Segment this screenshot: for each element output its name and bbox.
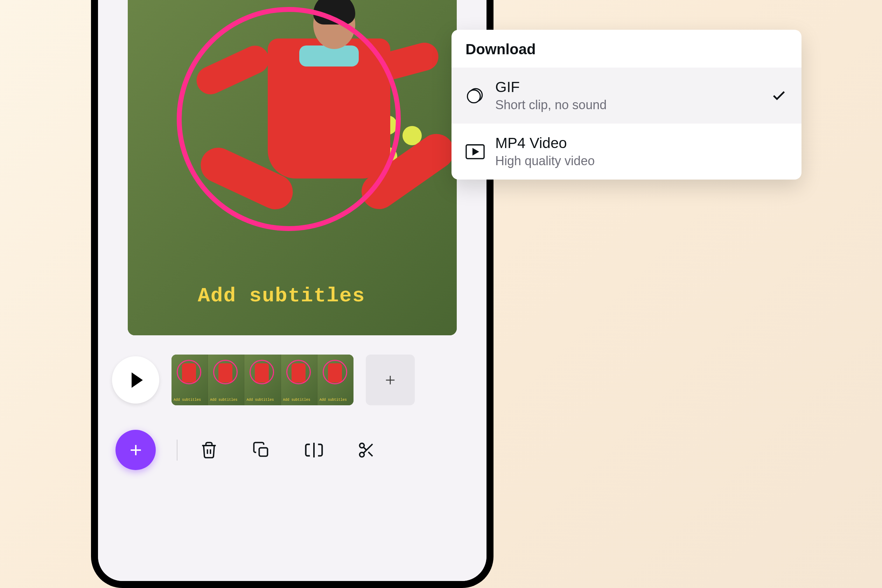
- option-text: MP4 Video High quality video: [495, 135, 788, 168]
- add-clip-button[interactable]: [366, 354, 415, 405]
- svg-rect-6: [260, 448, 268, 456]
- clip-thumbnail[interactable]: Add subtitles: [171, 354, 208, 405]
- option-description: Short clip, no sound: [495, 98, 759, 112]
- svg-point-9: [360, 452, 364, 457]
- subtitle-overlay[interactable]: Add subtitles: [198, 285, 365, 307]
- hula-hoop-decoration: [177, 7, 401, 231]
- option-title: MP4 Video: [495, 135, 788, 152]
- video-scene: Add subtitles: [128, 0, 457, 335]
- play-icon: [132, 372, 143, 388]
- clip-thumbnail[interactable]: Add subtitles: [244, 354, 281, 405]
- clip-thumbnail[interactable]: Add subtitles: [208, 354, 244, 405]
- trash-icon: [200, 441, 218, 459]
- video-preview[interactable]: Add subtitles: [128, 0, 457, 335]
- plus-icon: [127, 441, 144, 459]
- add-element-button[interactable]: [116, 430, 156, 470]
- svg-line-11: [368, 452, 372, 456]
- popup-title: Download: [452, 30, 801, 68]
- download-option-gif[interactable]: GIF Short clip, no sound: [452, 68, 801, 123]
- cut-button[interactable]: [356, 440, 377, 460]
- timeline-row: Add subtitles Add subtitles Add subtitle…: [112, 354, 472, 405]
- check-icon: [770, 87, 788, 104]
- editor-toolbar: [112, 430, 472, 470]
- delete-button[interactable]: [198, 440, 219, 460]
- phone-frame: Add subtitles Add subtitles Add subtitle…: [91, 0, 494, 588]
- clip-timeline[interactable]: Add subtitles Add subtitles Add subtitle…: [171, 354, 354, 405]
- option-text: GIF Short clip, no sound: [495, 79, 759, 112]
- svg-line-12: [364, 447, 366, 450]
- split-button[interactable]: [303, 440, 324, 460]
- svg-point-14: [468, 90, 480, 103]
- plus-icon: [383, 373, 398, 387]
- play-button[interactable]: [112, 356, 159, 404]
- split-icon: [304, 440, 324, 460]
- svg-marker-16: [473, 149, 478, 154]
- gif-icon: [465, 86, 485, 105]
- option-title: GIF: [495, 79, 759, 96]
- video-icon: [465, 142, 485, 161]
- download-option-mp4[interactable]: MP4 Video High quality video: [452, 123, 801, 180]
- clip-thumbnail[interactable]: Add subtitles: [281, 354, 318, 405]
- option-description: High quality video: [495, 154, 788, 168]
- phone-screen: Add subtitles Add subtitles Add subtitle…: [98, 0, 486, 581]
- download-popup: Download GIF Short clip, no sound M: [452, 30, 801, 180]
- duplicate-button[interactable]: [251, 440, 272, 460]
- clip-thumbnail[interactable]: Add subtitles: [318, 354, 354, 405]
- scissors-icon: [357, 441, 375, 459]
- divider: [177, 440, 177, 460]
- svg-point-8: [360, 443, 364, 448]
- copy-icon: [252, 441, 270, 459]
